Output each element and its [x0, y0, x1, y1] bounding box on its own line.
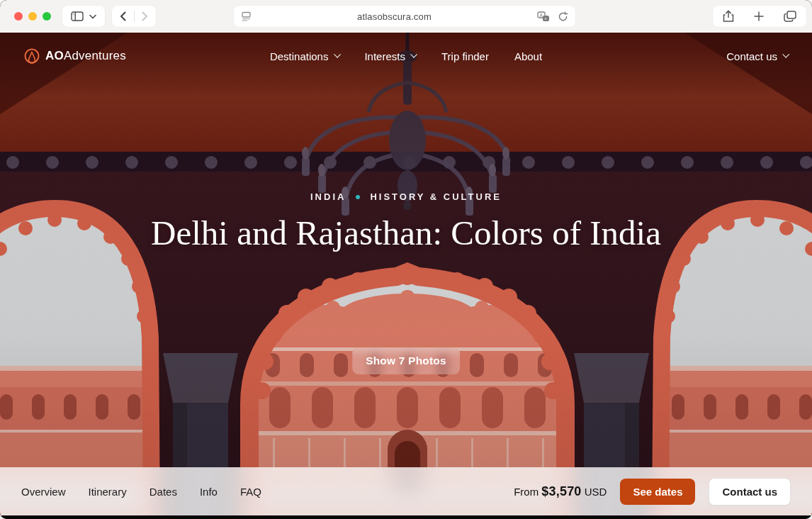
toolbar-right: [713, 6, 806, 27]
forward-button[interactable]: [135, 6, 157, 27]
tabs-overview-icon[interactable]: [784, 11, 796, 22]
breadcrumb-dot-icon: [356, 195, 360, 199]
browser-toolbar: atlasobscura.com Ax: [0, 0, 812, 33]
nav-contact-us[interactable]: Contact us: [726, 50, 788, 62]
url-text[interactable]: atlasobscura.com: [357, 11, 432, 22]
share-icon[interactable]: [723, 10, 734, 23]
svg-text:A: A: [539, 12, 543, 17]
new-tab-icon[interactable]: [754, 11, 764, 21]
close-window-button[interactable]: [14, 12, 23, 21]
contact-us-button[interactable]: Contact us: [709, 478, 791, 506]
breadcrumb: INDIA HISTORY & CULTURE: [0, 191, 812, 202]
chevron-down-icon: [334, 51, 341, 58]
zoom-window-button[interactable]: [43, 12, 51, 21]
price-amount: $3,570: [541, 484, 581, 498]
hero-image: [0, 33, 812, 515]
tab-dates[interactable]: Dates: [150, 486, 177, 498]
reload-icon[interactable]: [558, 11, 568, 22]
main-nav: Destinations Interests Trip finder About: [270, 50, 542, 62]
chevron-down-icon: [782, 51, 789, 58]
tab-itinerary[interactable]: Itinerary: [89, 486, 127, 498]
traffic-lights: [14, 12, 51, 21]
back-button[interactable]: [112, 6, 134, 27]
logo-ao: AO: [45, 49, 64, 62]
trip-title: Delhi and Rajasthan: Colors of India: [126, 213, 686, 254]
chevron-down-icon: [410, 51, 417, 58]
tab-faq[interactable]: FAQ: [240, 486, 261, 498]
minimize-window-button[interactable]: [28, 12, 37, 21]
site-logo[interactable]: AOAdventures: [24, 48, 126, 64]
nav-destinations[interactable]: Destinations: [270, 50, 339, 62]
atlas-obscura-logo-icon: [24, 48, 40, 64]
trip-tabs: Overview Itinerary Dates Info FAQ: [21, 486, 261, 498]
translate-icon[interactable]: Ax: [537, 11, 551, 22]
see-dates-button[interactable]: See dates: [620, 479, 695, 505]
breadcrumb-country-link[interactable]: INDIA: [310, 191, 346, 202]
price-and-actions: From $3,570 USD See dates Contact us: [514, 478, 791, 506]
page-settings-icon[interactable]: [241, 11, 252, 21]
breadcrumb-category-link[interactable]: HISTORY & CULTURE: [370, 191, 502, 202]
show-photos-button[interactable]: Show 7 Photos: [352, 347, 460, 374]
browser-window: atlasobscura.com Ax: [0, 0, 812, 519]
nav-trip-finder[interactable]: Trip finder: [441, 50, 489, 62]
address-bar[interactable]: atlasobscura.com Ax: [234, 6, 575, 27]
sidebar-controls: [62, 6, 105, 27]
trip-sticky-bar: Overview Itinerary Dates Info FAQ From $…: [0, 467, 812, 515]
page-bottom-strip: [0, 515, 812, 519]
hero-content: INDIA HISTORY & CULTURE Delhi and Rajast…: [0, 191, 812, 254]
history-nav: [112, 6, 156, 27]
site-header: AOAdventures Destinations Interests Trip…: [0, 33, 812, 79]
tab-overview[interactable]: Overview: [21, 486, 66, 498]
tab-group-chevron-icon[interactable]: [89, 14, 96, 19]
svg-text:x: x: [545, 16, 547, 21]
logo-wordmark: AOAdventures: [45, 49, 126, 63]
logo-adventures: Adventures: [64, 49, 126, 62]
tab-info[interactable]: Info: [200, 486, 218, 498]
hero-section: AOAdventures Destinations Interests Trip…: [0, 33, 812, 515]
nav-interests[interactable]: Interests: [364, 50, 416, 62]
price-text: From $3,570 USD: [514, 484, 607, 499]
sidebar-toggle-icon[interactable]: [71, 11, 84, 21]
nav-about[interactable]: About: [514, 50, 542, 62]
